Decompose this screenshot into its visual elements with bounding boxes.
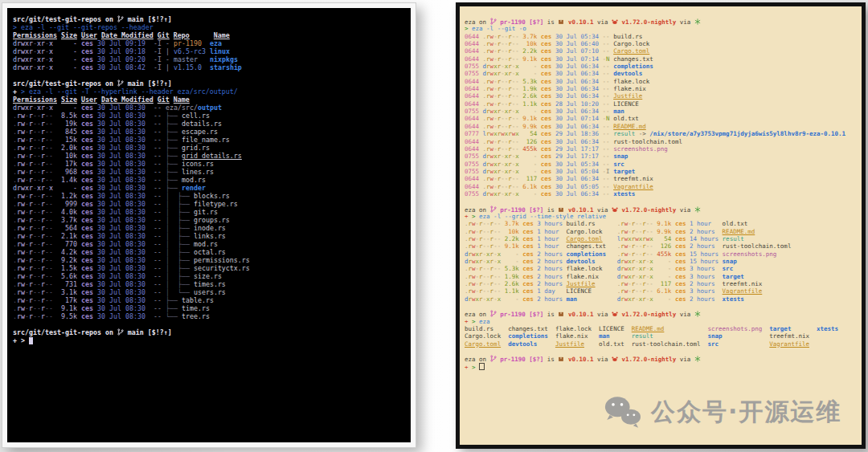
terminal-line: .rw-r--r-- 3.7k ces 3 hours build.rs .rw… [465,220,857,227]
terminal-line: .rw-r--r-- 1.4k ces 30 Jul 08:30 -- ├── … [13,176,405,184]
cursor [29,337,33,344]
crab-icon [612,356,618,362]
terminal-line [465,348,857,355]
terminal-line: .rw-r--r-- 3.7k ces 30 Jul 08:30 -- │ ├─… [13,216,405,224]
terminal-line: Permissions Size User Date Modified Git … [13,96,405,104]
terminal-line: 0644 .rw-r--r-- 1.9k ces 30 Jul 06:34 --… [465,85,857,92]
terminal-line: + > eza -l --grid --time-style relative [465,213,857,220]
terminal-line: eza on pr-1190 [$?] is v0.10.1 via v1.72… [465,18,857,25]
terminal-line: .rw-r--r-- 731 ces 30 Jul 08:30 -- │ ├──… [13,280,405,288]
terminal-line: drwxr-xr-x - ces 30 Jul 08:30 -- eza/src… [13,104,405,112]
terminal-line: 0755 drwxr-xr-x - ces 29 Jul 17:17 -- sn… [465,153,857,160]
terminal-line: .rw-r--r-- 4.2k ces 30 Jul 08:30 -- │ ├─… [13,248,405,256]
terminal-line: 0644 .rw-r--r-- 10k ces 30 Jul 06:40 -- … [465,40,857,47]
terminal-line: > eza -l --git --git-repos --header [13,23,405,31]
terminal-line: 0644 .rw-r--r-- 9.1k ces 30 Jul 07:14 -N… [465,115,857,122]
terminal-line: .rw-r--r-- 9.5k ces 30 Jul 08:30 -- └── … [13,312,405,320]
right-terminal-window[interactable]: eza on pr-1190 [$?] is v0.10.1 via v1.72… [456,2,866,449]
wechat-watermark: 公众号·开源运维 [601,393,841,430]
terminal-line: .rw-r--r-- 19k ces 30 Jul 08:30 -- ├── d… [13,120,405,128]
terminal-line: drwxr-xr-x - ces 2 hours man drwxr-xr-x … [465,295,857,303]
terminal-line: eza on pr-1190 [$?] is v0.10.1 via v1.72… [465,310,857,317]
terminal-line: 0644 .rw-r--r-- 2.6k ces 30 Jul 06:34 --… [465,92,857,100]
terminal-line: 0644 .rw-r--r-- 9.1k ces 30 Jul 07:14 -N… [465,55,857,63]
terminal-line: 0755 drwxr-xr-x - ces 30 Jul 05:04 -I ta… [465,168,857,175]
page: src/git/test-git-repos on main [$!?↑]> e… [0,0,868,452]
terminal-line: .rw-r--r-- 1.9k ces 2 hours flake.nix dr… [465,273,857,280]
terminal-line: .rw-r--r-- 1.2k ces 30 Jul 08:30 -- │ ├─… [13,192,405,200]
terminal-line: .rw-r--r-- 9.1k ces 30 Jul 08:30 -- ├── … [13,304,405,312]
terminal-line: 0644 .rw-r--r-- 3.7k ces 30 Jul 05:34 --… [465,33,857,40]
left-terminal-window[interactable]: src/git/test-git-repos on main [$!?↑]> e… [2,2,416,448]
terminal-line: + > eza [465,318,857,325]
terminal-line: .rw-r--r-- 2.2k ces 1 hour Cargo.toml lr… [465,235,857,242]
crab-icon [612,206,618,213]
terminal-line: src/git/test-git-repos on main [$!?↑] [13,328,405,336]
terminal-line: drwxr-xr-x - ces 30 Jul 08:42 -I | v1.15… [13,63,405,71]
terminal-line: drwxr-xr-x - ces 30 Jul 09:20 -I - maste… [13,55,405,63]
terminal-line: eza on pr-1190 [$?] is v0.10.1 via v1.72… [465,355,857,362]
terminal-line: .rw-r--r-- 2.1k ces 30 Jul 08:30 -- │ ├─… [13,232,405,240]
terminal-line: drwxr-xr-x - ces 30 Jul 09:19 -I - pr-11… [13,39,405,47]
terminal-line: .rw-r--r-- 8.5k ces 30 Jul 08:30 -- ├── … [13,112,405,120]
crab-icon [612,311,618,317]
terminal-line: 0777 lrwxrwxrwx 54 ces 29 Jul 18:36 -- r… [465,130,857,137]
wechat-icon [601,393,643,430]
terminal-line: Cargo.lock completions flake.nix man res… [465,332,857,340]
git-branch-icon [117,79,124,87]
terminal-line: .rw-r--r-- 2.6k ces 2 hours Justfile .rw… [465,280,857,287]
terminal-line: 0644 .rw-r--r-- 117 ces 30 Jul 06:34 -- … [465,175,857,182]
terminal-line: Cargo.toml devtools Justfile old.txt rus… [465,340,857,348]
terminal-line: .rw-r--r-- 17k ces 30 Jul 08:30 -- ├── t… [13,296,405,304]
cursor [479,363,485,370]
terminal-line: Permissions Size User Date Modified Git … [13,31,405,39]
terminal-line: 0644 .rw-r--r-- 1.1k ces 28 Jul 10:20 --… [465,100,857,108]
terminal-line: .rw-r--r-- 845 ces 30 Jul 08:30 -- ├── e… [13,128,405,136]
terminal-line: .rw-r--r-- 968 ces 30 Jul 08:30 -- ├── l… [13,168,405,176]
terminal-line [465,303,857,310]
terminal-line: drwxr-xr-x - ces 30 Jul 08:30 -- ├── ren… [13,184,405,192]
git-branch-icon [490,18,497,25]
terminal-line: 0644 .rw-r--r-- 6.1k ces 30 Jul 05:05 --… [465,183,857,190]
terminal-line: .rw-r--r-- 4.0k ces 30 Jul 08:30 -- │ ├─… [13,208,405,216]
terminal-line [13,71,405,79]
terminal-line: .rw-r--r-- 2.0k ces 30 Jul 08:30 -- ├── … [13,144,405,152]
terminal-line: drwxr-xr-x - ces 30 Jul 09:18 -I | v6.5-… [13,47,405,55]
terminal-line: .rw-r--r-- 770 ces 30 Jul 08:30 -- │ ├──… [13,240,405,248]
terminal-line: .rw-r--r-- 10k ces 30 Jul 08:30 -- ├── g… [13,152,405,160]
terminal-line: .rw-r--r-- 15k ces 30 Jul 08:30 -- ├── f… [13,136,405,144]
git-branch-icon [490,310,497,317]
terminal-line: .rw-r--r-- 3.1k ces 30 Jul 08:30 -- │ └─… [13,288,405,296]
crab-icon [612,18,618,25]
git-branch-icon [490,206,497,213]
left-terminal-screen[interactable]: src/git/test-git-repos on main [$!?↑]> e… [7,8,411,442]
git-branch-icon [117,15,124,22]
snowflake-icon [694,18,701,25]
terminal-line: 0644 .rw-r--r-- 5.3k ces 30 Jul 06:34 --… [465,78,857,85]
terminal-line: .rw-r--r-- 17k ces 30 Jul 08:30 -- ├── i… [13,160,405,168]
terminal-line: build.rs changes.txt flake.lock LICENCE … [465,325,857,332]
terminal-line [465,197,857,205]
watermark-text: 公众号·开源运维 [651,396,841,429]
git-branch-icon [117,328,124,336]
terminal-line: 0755 drwxr-xr-x - ces 30 Jul 05:34 -- sr… [465,161,857,168]
terminal-line: 0755 drwxr-xr-x - ces 30 Jul 06:34 -- de… [465,70,857,77]
terminal-line: .rw-r--r-- 9.1k ces 1 hour changes.txt .… [465,242,857,250]
terminal-line: .rw-r--r-- 5.6k ces 30 Jul 08:30 -- │ ├─… [13,272,405,280]
terminal-line: 0644 .rw-r--r-- 455k ces 29 Jul 17:17 --… [465,145,857,153]
terminal-line: src/git/test-git-repos on main [$!?↑] [13,79,405,88]
terminal-line: 0644 .rw-r--r-- 126 ces 30 Jul 06:34 -- … [465,138,857,145]
terminal-line: 0644 .rw-r--r-- 9.9k ces 30 Jul 06:34 --… [465,123,857,130]
right-terminal-screen[interactable]: eza on pr-1190 [$?] is v0.10.1 via v1.72… [460,6,862,445]
terminal-line: .rw-r--r-- 5.3k ces 2 hours flake.lock d… [465,265,857,272]
terminal-line: .rw-r--r-- 10k ces 1 hour Cargo.lock .rw… [465,228,857,235]
terminal-line: > eza -l --git -o [465,25,857,32]
terminal-line: + > [465,363,857,370]
snowflake-icon [694,311,701,317]
terminal-line: .rw-r--r-- 999 ces 30 Jul 08:30 -- │ ├──… [13,200,405,208]
snowflake-icon [694,206,701,213]
terminal-line: eza on pr-1190 [$?] is v0.10.1 via v1.72… [465,206,857,213]
terminal-line: 0755 drwxr-xr-x - ces 30 Jul 06:34 -- co… [465,63,857,70]
terminal-line: drwxr-xr-x - ces 2 hours completions .rw… [465,250,857,258]
terminal-line: .rw-r--r-- 1.5k ces 30 Jul 08:30 -- │ ├─… [13,264,405,272]
